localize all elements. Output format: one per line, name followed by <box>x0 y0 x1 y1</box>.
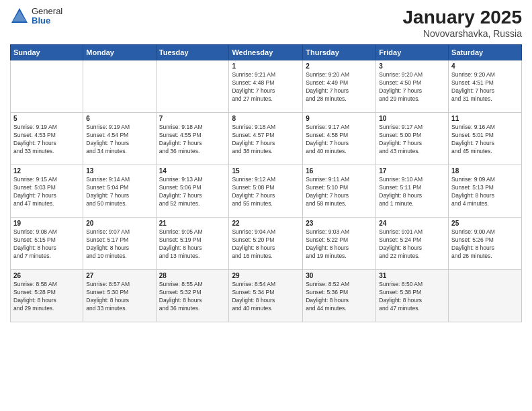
header-wednesday: Wednesday <box>229 45 303 60</box>
day-info: Sunrise: 9:03 AM Sunset: 5:22 PM Dayligh… <box>306 228 373 261</box>
day-number: 29 <box>232 272 300 279</box>
day-number: 23 <box>306 220 373 227</box>
header-monday: Monday <box>83 45 156 60</box>
table-row: 18Sunrise: 9:09 AM Sunset: 5:13 PM Dayli… <box>449 165 522 218</box>
day-info: Sunrise: 8:54 AM Sunset: 5:34 PM Dayligh… <box>232 281 300 313</box>
day-number: 2 <box>306 62 373 70</box>
logo-icon <box>10 7 29 26</box>
calendar-title: January 2025 <box>403 7 522 28</box>
day-number: 30 <box>306 272 373 279</box>
day-info: Sunrise: 9:21 AM Sunset: 4:48 PM Dayligh… <box>232 71 300 103</box>
table-row: 7Sunrise: 9:18 AM Sunset: 4:55 PM Daylig… <box>156 113 229 165</box>
day-number: 22 <box>232 220 300 227</box>
calendar-week-3: 12Sunrise: 9:15 AM Sunset: 5:03 PM Dayli… <box>11 165 522 218</box>
day-info: Sunrise: 9:20 AM Sunset: 4:49 PM Dayligh… <box>306 71 373 103</box>
table-row: 28Sunrise: 8:55 AM Sunset: 5:32 PM Dayli… <box>156 270 229 322</box>
logo-blue: Blue <box>32 16 62 26</box>
table-row <box>156 60 229 113</box>
day-number: 14 <box>159 167 226 175</box>
table-row: 5Sunrise: 9:19 AM Sunset: 4:53 PM Daylig… <box>11 113 83 165</box>
day-info: Sunrise: 9:18 AM Sunset: 4:55 PM Dayligh… <box>159 124 226 156</box>
day-number: 31 <box>379 272 445 279</box>
table-row: 25Sunrise: 9:00 AM Sunset: 5:26 PM Dayli… <box>449 218 522 270</box>
day-number: 24 <box>379 220 445 227</box>
table-row: 6Sunrise: 9:19 AM Sunset: 4:54 PM Daylig… <box>83 113 156 165</box>
day-number: 20 <box>86 220 152 227</box>
day-number: 12 <box>13 167 80 175</box>
table-row <box>449 270 522 322</box>
calendar-table: Sunday Monday Tuesday Wednesday Thursday… <box>10 44 522 322</box>
header-tuesday: Tuesday <box>156 45 229 60</box>
table-row: 24Sunrise: 9:01 AM Sunset: 5:24 PM Dayli… <box>376 218 449 270</box>
day-info: Sunrise: 9:04 AM Sunset: 5:20 PM Dayligh… <box>232 228 300 261</box>
table-row: 11Sunrise: 9:16 AM Sunset: 5:01 PM Dayli… <box>449 113 522 165</box>
header-thursday: Thursday <box>303 45 376 60</box>
table-row: 1Sunrise: 9:21 AM Sunset: 4:48 PM Daylig… <box>229 60 303 113</box>
day-info: Sunrise: 9:14 AM Sunset: 5:04 PM Dayligh… <box>86 176 152 208</box>
day-info: Sunrise: 9:07 AM Sunset: 5:17 PM Dayligh… <box>86 228 152 261</box>
day-number: 9 <box>306 115 373 122</box>
day-number: 5 <box>13 115 80 122</box>
day-info: Sunrise: 9:11 AM Sunset: 5:10 PM Dayligh… <box>306 176 373 208</box>
logo-text: General Blue <box>32 7 62 26</box>
day-number: 4 <box>451 62 519 70</box>
day-info: Sunrise: 8:50 AM Sunset: 5:38 PM Dayligh… <box>379 281 445 313</box>
header-sunday: Sunday <box>11 45 83 60</box>
day-info: Sunrise: 8:58 AM Sunset: 5:28 PM Dayligh… <box>13 281 80 313</box>
table-row: 8Sunrise: 9:18 AM Sunset: 4:57 PM Daylig… <box>229 113 303 165</box>
day-number: 1 <box>232 62 300 70</box>
title-section: January 2025 Novovarshavka, Russia <box>403 7 522 39</box>
day-number: 26 <box>13 272 80 279</box>
day-info: Sunrise: 9:20 AM Sunset: 4:50 PM Dayligh… <box>379 71 445 103</box>
day-number: 6 <box>86 115 152 122</box>
day-info: Sunrise: 9:19 AM Sunset: 4:54 PM Dayligh… <box>86 124 152 156</box>
day-info: Sunrise: 8:52 AM Sunset: 5:36 PM Dayligh… <box>306 281 373 313</box>
table-row: 19Sunrise: 9:08 AM Sunset: 5:15 PM Dayli… <box>11 218 83 270</box>
calendar-subtitle: Novovarshavka, Russia <box>403 28 522 39</box>
day-info: Sunrise: 9:10 AM Sunset: 5:11 PM Dayligh… <box>379 176 445 208</box>
table-row: 21Sunrise: 9:05 AM Sunset: 5:19 PM Dayli… <box>156 218 229 270</box>
table-row: 20Sunrise: 9:07 AM Sunset: 5:17 PM Dayli… <box>83 218 156 270</box>
table-row: 23Sunrise: 9:03 AM Sunset: 5:22 PM Dayli… <box>303 218 376 270</box>
table-row: 14Sunrise: 9:13 AM Sunset: 5:06 PM Dayli… <box>156 165 229 218</box>
table-row: 26Sunrise: 8:58 AM Sunset: 5:28 PM Dayli… <box>11 270 83 322</box>
calendar-week-1: 1Sunrise: 9:21 AM Sunset: 4:48 PM Daylig… <box>11 60 522 113</box>
day-number: 19 <box>13 220 80 227</box>
logo: General Blue <box>10 7 62 26</box>
table-row: 12Sunrise: 9:15 AM Sunset: 5:03 PM Dayli… <box>11 165 83 218</box>
day-info: Sunrise: 9:08 AM Sunset: 5:15 PM Dayligh… <box>13 228 80 261</box>
day-number: 17 <box>379 167 445 175</box>
header-saturday: Saturday <box>449 45 522 60</box>
calendar-week-2: 5Sunrise: 9:19 AM Sunset: 4:53 PM Daylig… <box>11 113 522 165</box>
day-info: Sunrise: 9:00 AM Sunset: 5:26 PM Dayligh… <box>451 228 519 261</box>
table-row: 31Sunrise: 8:50 AM Sunset: 5:38 PM Dayli… <box>376 270 449 322</box>
day-info: Sunrise: 9:18 AM Sunset: 4:57 PM Dayligh… <box>232 124 300 156</box>
table-row: 2Sunrise: 9:20 AM Sunset: 4:49 PM Daylig… <box>303 60 376 113</box>
day-info: Sunrise: 8:55 AM Sunset: 5:32 PM Dayligh… <box>159 281 226 313</box>
day-info: Sunrise: 9:15 AM Sunset: 5:03 PM Dayligh… <box>13 176 80 208</box>
table-row <box>11 60 83 113</box>
table-row: 22Sunrise: 9:04 AM Sunset: 5:20 PM Dayli… <box>229 218 303 270</box>
day-info: Sunrise: 9:01 AM Sunset: 5:24 PM Dayligh… <box>379 228 445 261</box>
table-row: 4Sunrise: 9:20 AM Sunset: 4:51 PM Daylig… <box>449 60 522 113</box>
day-number: 11 <box>451 115 519 122</box>
day-number: 28 <box>159 272 226 279</box>
table-row: 30Sunrise: 8:52 AM Sunset: 5:36 PM Dayli… <box>303 270 376 322</box>
table-row: 13Sunrise: 9:14 AM Sunset: 5:04 PM Dayli… <box>83 165 156 218</box>
day-number: 21 <box>159 220 226 227</box>
table-row: 15Sunrise: 9:12 AM Sunset: 5:08 PM Dayli… <box>229 165 303 218</box>
day-number: 27 <box>86 272 152 279</box>
day-info: Sunrise: 9:17 AM Sunset: 4:58 PM Dayligh… <box>306 124 373 156</box>
day-number: 3 <box>379 62 445 70</box>
day-number: 18 <box>451 167 519 175</box>
calendar-week-4: 19Sunrise: 9:08 AM Sunset: 5:15 PM Dayli… <box>11 218 522 270</box>
day-info: Sunrise: 9:05 AM Sunset: 5:19 PM Dayligh… <box>159 228 226 261</box>
table-row: 9Sunrise: 9:17 AM Sunset: 4:58 PM Daylig… <box>303 113 376 165</box>
table-row: 17Sunrise: 9:10 AM Sunset: 5:11 PM Dayli… <box>376 165 449 218</box>
day-number: 25 <box>451 220 519 227</box>
day-number: 10 <box>379 115 445 122</box>
day-info: Sunrise: 9:12 AM Sunset: 5:08 PM Dayligh… <box>232 176 300 208</box>
table-row: 16Sunrise: 9:11 AM Sunset: 5:10 PM Dayli… <box>303 165 376 218</box>
page: General Blue January 2025 Novovarshavka,… <box>0 0 532 411</box>
logo-general: General <box>32 7 62 16</box>
